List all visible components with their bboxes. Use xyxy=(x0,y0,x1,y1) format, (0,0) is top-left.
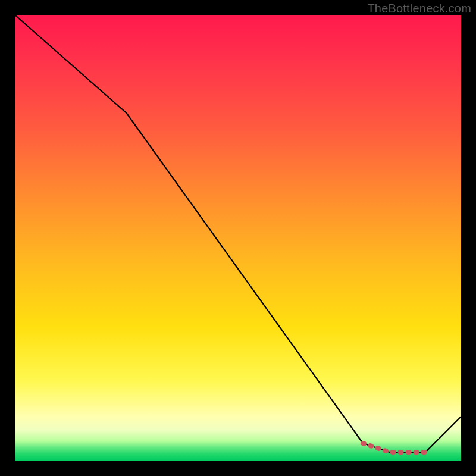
watermark-text: TheBottleneck.com xyxy=(367,2,471,15)
bottleneck-curve xyxy=(15,15,461,452)
chart-overlay xyxy=(15,15,461,461)
chart-stage: TheBottleneck.com xyxy=(0,0,476,476)
highlight-low-segment xyxy=(363,443,425,452)
